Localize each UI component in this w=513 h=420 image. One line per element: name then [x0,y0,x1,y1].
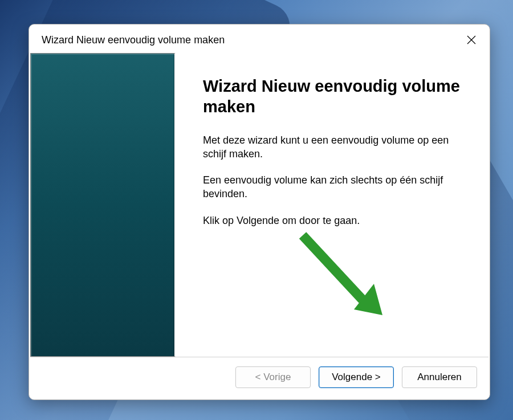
back-button: < Vorige [235,366,311,388]
annotation-arrow-icon [294,227,391,324]
titlebar: Wizard Nieuw eenvoudig volume maken [29,25,490,53]
wizard-heading: Wizard Nieuw eenvoudig volume maken [203,76,466,117]
close-button[interactable] [466,34,477,46]
wizard-paragraph-3: Klik op Volgende om door te gaan. [203,214,466,227]
wizard-paragraph-2: Een eenvoudig volume kan zich slechts op… [203,173,466,201]
content-area: Wizard Nieuw eenvoudig volume maken Met … [30,53,488,357]
dialog-title: Wizard Nieuw eenvoudig volume maken [42,34,225,46]
cancel-button[interactable]: Annuleren [402,366,477,388]
wizard-dialog: Wizard Nieuw eenvoudig volume maken Wiza… [28,24,490,400]
wizard-main-panel: Wizard Nieuw eenvoudig volume maken Met … [176,53,488,357]
next-button[interactable]: Volgende > [319,366,394,388]
wizard-paragraph-1: Met deze wizard kunt u een eenvoudig vol… [203,133,466,161]
svg-line-3 [303,235,363,300]
wizard-side-panel [30,53,176,357]
button-row: < Vorige Volgende > Annuleren [29,357,490,399]
close-icon [467,35,476,44]
